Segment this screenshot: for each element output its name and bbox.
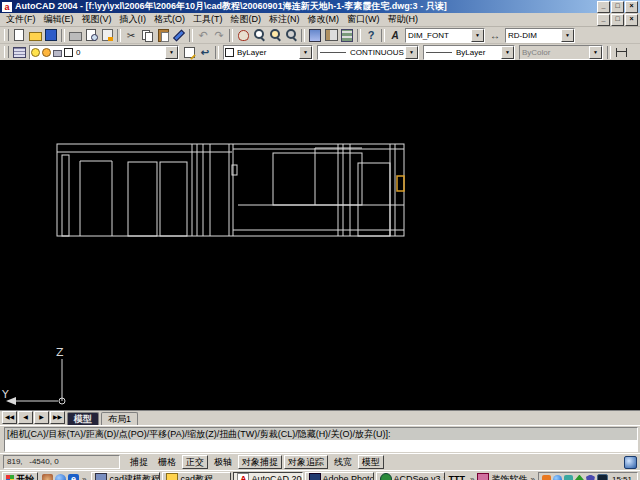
desktop-toolbar-label[interactable]: 装饰软件 [491, 473, 527, 480]
undo-icon[interactable] [196, 28, 210, 42]
menu-format[interactable]: 格式(O) [150, 13, 189, 26]
toggle-snap[interactable]: 捕捉 [126, 455, 152, 469]
layer-on-bulb-icon[interactable] [31, 48, 40, 57]
chevron-down-icon[interactable]: ▼ [165, 46, 178, 59]
layer-lock-icon[interactable] [53, 50, 62, 57]
menu-draw[interactable]: 绘图(D) [227, 13, 266, 26]
toggle-polar[interactable]: 极轴 [210, 455, 236, 469]
toolbar-grip[interactable] [4, 46, 9, 58]
linear-dimension-icon[interactable] [614, 45, 628, 59]
menu-tools[interactable]: 工具(T) [189, 13, 227, 26]
tab-model[interactable]: 模型 [67, 412, 99, 425]
layer-manager-icon[interactable] [12, 45, 26, 59]
pan-realtime-icon[interactable] [236, 28, 250, 42]
text-style-combo[interactable]: DIM_FONT ▼ [405, 28, 485, 43]
toggle-lineweight[interactable]: 线宽 [330, 455, 356, 469]
language-overflow-chevron[interactable]: » [469, 475, 475, 480]
menu-help[interactable]: 帮助(H) [384, 13, 423, 26]
taskbar-item-acdsee[interactable]: ACDSee v3.1... [376, 472, 445, 480]
minimize-button[interactable]: _ [597, 1, 610, 13]
tab-nav-next[interactable]: ▶ [34, 411, 49, 424]
tool-palettes-icon[interactable] [340, 28, 354, 42]
tab-nav-last[interactable]: ▶▶ [50, 411, 65, 424]
menu-edit[interactable]: 编辑(E) [40, 13, 78, 26]
drawing-area[interactable]: ZY [0, 60, 640, 410]
layer-previous-icon[interactable] [198, 45, 212, 59]
dim-style-icon[interactable] [488, 28, 502, 42]
zoom-window-icon[interactable] [268, 28, 282, 42]
chevron-down-icon[interactable]: ▼ [561, 29, 574, 42]
tray-icon-6[interactable] [597, 474, 608, 480]
print-preview-icon[interactable] [84, 28, 98, 42]
copy-icon[interactable] [140, 28, 154, 42]
menu-modify[interactable]: 修改(M) [304, 13, 344, 26]
toggle-otrack[interactable]: 对象追踪 [284, 455, 328, 469]
save-icon[interactable] [44, 28, 58, 42]
tab-layout1[interactable]: 布局1 [101, 412, 138, 425]
publish-icon[interactable] [100, 28, 114, 42]
command-input-line[interactable] [5, 440, 637, 451]
chevron-down-icon[interactable]: ▼ [471, 29, 484, 42]
paste-icon[interactable] [156, 28, 170, 42]
doc-restore-button[interactable]: □ [611, 14, 624, 26]
menu-view[interactable]: 视图(V) [78, 13, 116, 26]
toggle-grid[interactable]: 栅格 [154, 455, 180, 469]
tab-nav-prev[interactable]: ◀ [18, 411, 33, 424]
start-button[interactable]: 开始 [2, 472, 38, 480]
restore-button[interactable]: □ [611, 1, 624, 13]
redo-icon[interactable] [212, 28, 226, 42]
help-icon[interactable] [364, 28, 378, 42]
zoom-previous-icon[interactable] [284, 28, 298, 42]
command-text-area[interactable]: [相机(CA)/目标(TA)/距离(D)/点(PO)/平移(PA)/缩放(Z)/… [4, 427, 638, 452]
toggle-ortho[interactable]: 正交 [182, 455, 208, 469]
chevron-down-icon[interactable]: ▼ [501, 46, 514, 59]
match-properties-icon[interactable] [172, 28, 186, 42]
linetype-combo[interactable]: CONTINUOUS ▼ [317, 45, 419, 60]
layer-combo[interactable]: 0 ▼ [29, 45, 179, 60]
chevron-down-icon[interactable]: ▼ [299, 46, 312, 59]
doc-minimize-button[interactable]: _ [597, 14, 610, 26]
properties-icon[interactable] [308, 28, 322, 42]
lineweight-combo[interactable]: ByLayer ▼ [423, 45, 515, 60]
taskbar-item-autocad[interactable]: A AutoCAD 200... [233, 472, 302, 480]
internet-explorer-icon[interactable]: e [68, 474, 79, 480]
desktop-toolbar-overflow-chevron[interactable]: » [529, 475, 535, 480]
color-combo[interactable]: ByLayer ▼ [223, 45, 313, 60]
close-button[interactable]: × [625, 1, 638, 13]
menu-window[interactable]: 窗口(W) [343, 13, 384, 26]
quick-launch-overflow-chevron[interactable]: » [81, 475, 87, 480]
toggle-osnap[interactable]: 对象捕捉 [238, 455, 282, 469]
layer-freeze-sun-icon[interactable] [42, 48, 51, 57]
open-file-icon[interactable] [28, 28, 42, 42]
taskbar-item-adobe-photoshop[interactable]: Adobe Photo... [305, 472, 374, 480]
menu-insert[interactable]: 插入(I) [116, 13, 151, 26]
quick-launch-icon-2[interactable] [55, 474, 66, 480]
cad-elevation-drawing[interactable]: ZY [0, 60, 640, 410]
tray-icon-2[interactable] [553, 475, 562, 480]
dim-style-combo[interactable]: RD-DIM ▼ [505, 28, 575, 43]
doc-close-button[interactable]: × [625, 14, 638, 26]
zoom-realtime-icon[interactable] [252, 28, 266, 42]
tray-icon-3[interactable] [564, 475, 573, 480]
menu-file[interactable]: 文件(F) [2, 13, 40, 26]
tray-icon-4[interactable] [575, 475, 584, 480]
communication-center-icon[interactable] [624, 456, 637, 469]
tray-icon-5[interactable] [586, 475, 595, 480]
print-icon[interactable] [68, 28, 82, 42]
make-object-layer-current-icon[interactable] [182, 45, 196, 59]
designcenter-icon[interactable] [324, 28, 338, 42]
quick-launch-icon-1[interactable] [42, 474, 53, 480]
toggle-model[interactable]: 模型 [358, 455, 384, 469]
language-indicator[interactable]: TTT [447, 474, 468, 480]
autocad-app-icon: a [2, 2, 12, 12]
chevron-down-icon[interactable]: ▼ [405, 46, 418, 59]
toolbar-grip[interactable] [4, 29, 9, 41]
text-style-icon[interactable] [388, 28, 402, 42]
cut-icon[interactable] [124, 28, 138, 42]
new-file-icon[interactable] [12, 28, 26, 42]
menu-dimension[interactable]: 标注(N) [265, 13, 304, 26]
taskbar-item-cad-modeling-tutorial[interactable]: cad建模教程... [91, 472, 160, 480]
taskbar-item-cad-tutorial-folder[interactable]: cad教程 [162, 472, 231, 480]
tab-nav-first[interactable]: ◀◀ [2, 411, 17, 424]
tray-icon-1[interactable] [542, 475, 551, 480]
